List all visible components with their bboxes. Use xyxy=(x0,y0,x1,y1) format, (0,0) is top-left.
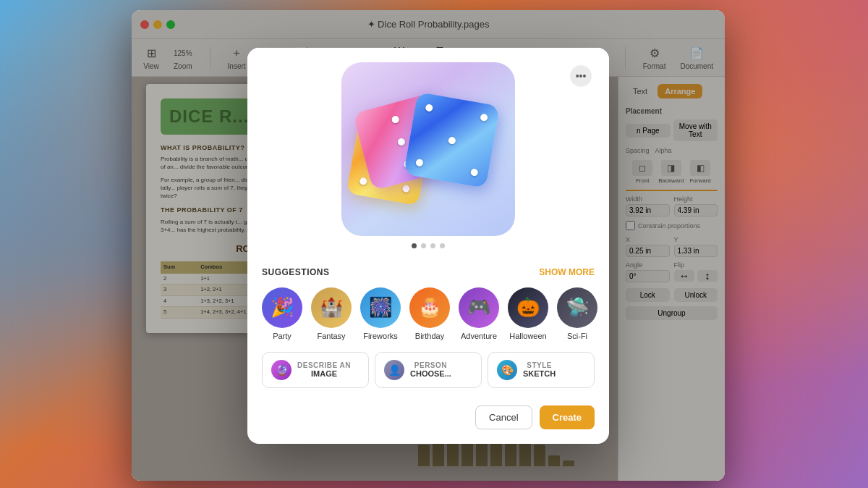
birthday-icon: 🎂 xyxy=(409,287,450,328)
party-icon: 🎉 xyxy=(262,287,302,328)
dot xyxy=(470,168,479,177)
halloween-label: Halloween xyxy=(509,332,546,340)
style-icon: 🎨 xyxy=(497,360,517,380)
person-icon: 👤 xyxy=(384,360,404,380)
dice-image xyxy=(341,62,515,236)
suggestion-party[interactable]: 🎉 Party xyxy=(262,287,302,340)
scifi-label: Sci-Fi xyxy=(567,332,587,340)
style-text: STYLE SKETCH xyxy=(523,361,556,378)
fireworks-label: Fireworks xyxy=(363,332,398,340)
dot xyxy=(425,104,433,112)
more-options-button[interactable]: ••• xyxy=(570,65,592,87)
suggestion-halloween[interactable]: 🎃 Halloween xyxy=(508,287,548,340)
describe-label: DESCRIBE AN xyxy=(297,361,351,369)
suggestion-items: 🎉 Party 🏰 Fantasy 🎆 Fireworks 🎂 Birthday xyxy=(262,287,595,340)
birthday-label: Birthday xyxy=(415,332,444,340)
person-label: PERSON xyxy=(410,361,451,369)
style-label: STYLE xyxy=(523,361,556,369)
person-value: CHOOSE... xyxy=(410,369,451,378)
cancel-button[interactable]: Cancel xyxy=(475,405,532,429)
describe-image-button[interactable]: 🔮 DESCRIBE AN IMAGE xyxy=(262,352,369,388)
indicator-dot-3[interactable] xyxy=(430,243,435,248)
style-button[interactable]: 🎨 STYLE SKETCH xyxy=(488,352,595,388)
modal-image-area: ••• xyxy=(247,48,609,267)
indicator-dot-2[interactable] xyxy=(421,243,426,248)
fantasy-icon: 🏰 xyxy=(311,287,352,328)
party-label: Party xyxy=(273,332,292,340)
modal-overlay: ••• xyxy=(132,10,725,481)
dot xyxy=(402,184,411,193)
page-indicator xyxy=(262,243,595,248)
suggestion-adventure[interactable]: 🎮 Adventure xyxy=(459,287,499,340)
dot xyxy=(391,114,400,123)
indicator-dot-4[interactable] xyxy=(440,243,445,248)
modal-body: SUGGESTIONS SHOW MORE 🎉 Party 🏰 Fantasy … xyxy=(247,267,609,444)
indicator-dot-1[interactable] xyxy=(412,243,417,248)
adventure-label: Adventure xyxy=(461,332,497,340)
image-generation-modal: ••• xyxy=(247,48,609,444)
suggestions-header: SUGGESTIONS SHOW MORE xyxy=(262,267,595,277)
blue-die xyxy=(404,91,500,188)
additional-options: 🔮 DESCRIBE AN IMAGE 👤 PERSON CHOOSE... xyxy=(262,352,595,388)
more-icon: ••• xyxy=(576,70,587,82)
person-choose-button[interactable]: 👤 PERSON CHOOSE... xyxy=(375,352,482,388)
suggestion-fireworks[interactable]: 🎆 Fireworks xyxy=(360,287,401,340)
fantasy-label: Fantasy xyxy=(317,332,345,340)
show-more-button[interactable]: SHOW MORE xyxy=(539,267,595,277)
describe-text: DESCRIBE AN IMAGE xyxy=(297,361,351,378)
modal-footer: Cancel Create xyxy=(262,403,595,429)
create-button[interactable]: Create xyxy=(540,405,595,429)
suggestion-fantasy[interactable]: 🏰 Fantasy xyxy=(311,287,352,340)
scifi-icon: 🛸 xyxy=(557,287,597,328)
dot xyxy=(415,158,424,167)
person-text: PERSON CHOOSE... xyxy=(410,361,451,378)
suggestion-scifi[interactable]: 🛸 Sci-Fi xyxy=(557,287,597,340)
halloween-icon: 🎃 xyxy=(508,287,548,328)
dot xyxy=(448,135,456,144)
describe-value: IMAGE xyxy=(297,369,351,378)
dot xyxy=(359,177,367,185)
dot xyxy=(397,137,406,146)
pages-window: ✦ Dice Roll Probability.pages ⊞ View 125… xyxy=(132,10,725,481)
dot xyxy=(480,113,488,122)
fireworks-icon: 🎆 xyxy=(360,287,401,328)
suggestions-title: SUGGESTIONS xyxy=(262,267,330,277)
suggestion-birthday[interactable]: 🎂 Birthday xyxy=(409,287,450,340)
describe-icon: 🔮 xyxy=(271,360,292,380)
style-value: SKETCH xyxy=(523,369,556,378)
adventure-icon: 🎮 xyxy=(459,287,499,328)
